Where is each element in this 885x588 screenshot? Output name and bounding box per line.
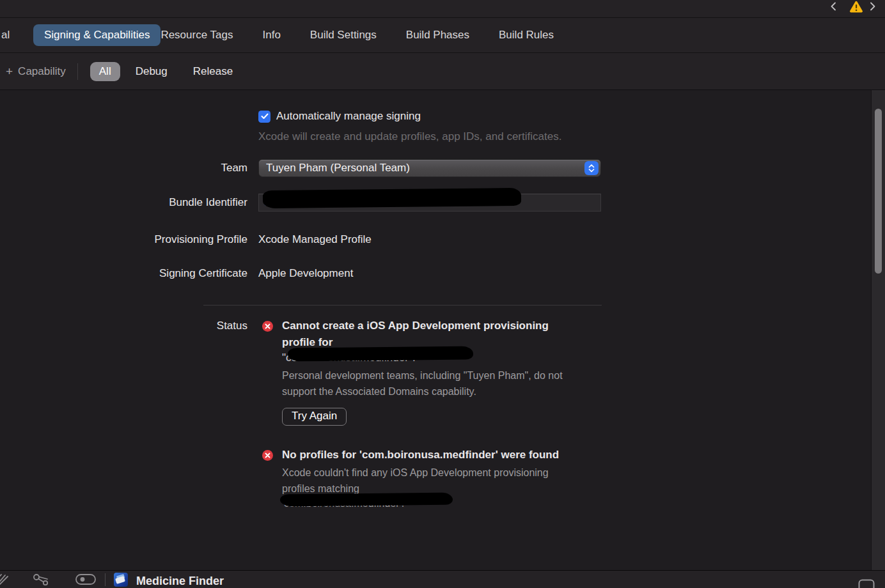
redacted-bundle-id: 'com.boironusa.medfinder'. [282,497,404,511]
signing-form: Automatically manage signing Xcode will … [0,90,885,511]
add-capability-button[interactable]: + Capability [6,65,66,78]
issue-navigator-button[interactable] [849,1,863,15]
team-label: Team [0,162,247,174]
section-divider [203,305,602,306]
stepper-icon [584,161,599,175]
warning-triangle-icon [849,1,863,15]
bundle-identifier-field[interactable]: com.boironusa.medfinder [258,194,601,212]
auto-signing-checkbox[interactable] [258,111,270,123]
checkmark-icon [261,113,269,120]
redacted-bundle-id: "com.boironusa.medfinder". [282,351,416,365]
redaction-scribble [263,188,521,208]
capability-filter-bar: + Capability All Debug Release [0,53,885,90]
tab-build-phases[interactable]: Build Phases [406,29,469,42]
error-title: No profiles for 'com.boironusa.medfinder… [282,447,602,463]
app-target-icon [114,573,128,587]
error-detail: Xcode couldn't find any iOS App Developm… [282,465,583,497]
error-detail: Personal development teams, including "T… [282,368,579,399]
plus-icon: + [6,65,13,77]
status-label: Status [0,318,247,334]
team-row: Team Tuyen Pham (Personal Team) [0,159,885,177]
tab-info[interactable]: Info [262,29,280,42]
tab-build-rules[interactable]: Build Rules [499,29,554,42]
signing-certificate-row: Signing Certificate Apple Development [0,267,885,280]
toggle-switch-icon[interactable] [75,574,96,585]
provisioning-profile-value: Xcode Managed Profile [258,233,372,246]
try-again-button[interactable]: Try Again [282,408,347,426]
bundle-identifier-row: Bundle Identifier com.boironusa.medfinde… [0,194,885,212]
tab-general-partial[interactable]: al [1,29,14,42]
tab-build-settings[interactable]: Build Settings [310,29,377,42]
scrollbar-thumb[interactable] [875,109,882,274]
signing-content-pane: Automatically manage signing Xcode will … [0,90,885,570]
divider [105,573,106,586]
signing-certificate-value: Apple Development [258,267,353,280]
divider [77,63,78,80]
bundle-identifier-label: Bundle Identifier [0,196,247,209]
scope-release[interactable]: Release [193,65,233,78]
chevron-left-icon [829,2,838,13]
next-issue-button[interactable] [865,1,879,15]
team-dropdown[interactable]: Tuyen Pham (Personal Team) [258,159,601,177]
scope-all[interactable]: All [90,62,120,81]
provisioning-profile-label: Provisioning Profile [0,233,247,246]
add-capability-label: Capability [18,65,66,78]
filter-lines-icon[interactable] [0,574,14,585]
target-name[interactable]: Medicine Finder [136,573,224,588]
error-item: No profiles for 'com.boironusa.medfinder… [262,447,602,511]
jump-bar [0,0,885,18]
tab-signing-capabilities[interactable]: Signing & Capabilities [33,24,161,46]
auto-signing-label: Automatically manage signing [276,110,421,123]
bottom-bar: Medicine Finder [0,570,885,588]
redaction-scribble [288,346,473,361]
team-value: Tuyen Pham (Personal Team) [266,162,410,174]
redaction-scribble [280,493,453,507]
error-icon [262,321,273,332]
xcode-project-editor: al Signing & Capabilities Resource Tags … [0,0,885,588]
chevron-right-icon [868,2,877,13]
node-graph-icon[interactable] [32,574,51,585]
error-title: Cannot create a iOS App Development prov… [282,318,551,351]
signing-certificate-label: Signing Certificate [0,267,247,280]
status-row: Status Cannot create a iOS App Developme… [0,318,885,511]
editor-tab-bar: al Signing & Capabilities Resource Tags … [0,18,885,53]
tab-resource-tags[interactable]: Resource Tags [161,29,233,42]
error-icon [262,450,273,461]
previous-issue-button[interactable] [826,1,840,15]
auto-signing-description: Xcode will create and update profiles, a… [258,128,578,145]
error-item: Cannot create a iOS App Development prov… [262,318,602,426]
scrollbar-track[interactable] [871,90,885,570]
rounded-square-icon[interactable] [858,579,875,588]
provisioning-profile-row: Provisioning Profile Xcode Managed Profi… [0,233,885,246]
scope-debug[interactable]: Debug [136,65,168,78]
auto-signing-row: Automatically manage signing [0,110,885,123]
